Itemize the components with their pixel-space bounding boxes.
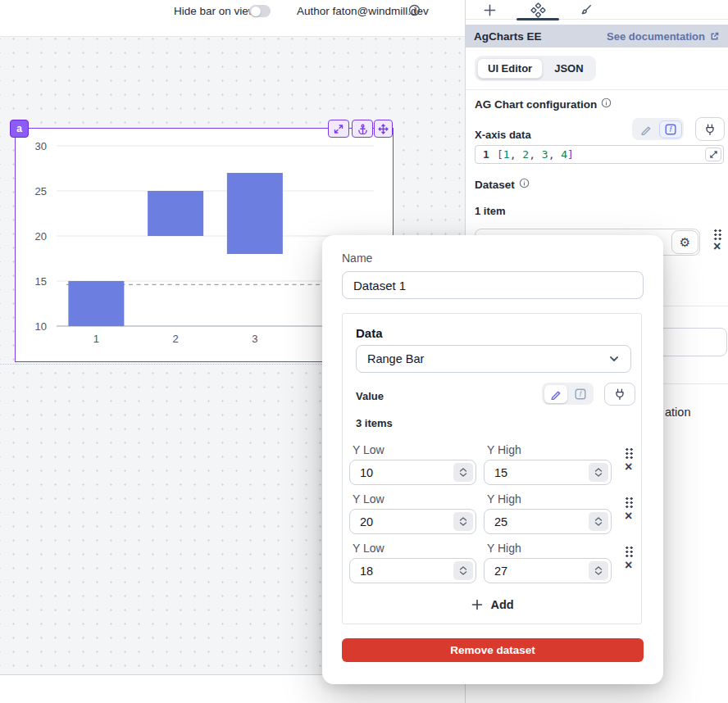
tab-settings[interactable] — [529, 2, 547, 18]
hide-bar-label: Hide bar on view — [174, 5, 257, 18]
expand-editor-button[interactable] — [705, 147, 721, 161]
name-field-wrap — [342, 271, 644, 299]
tab-styling[interactable] — [576, 2, 594, 18]
component-header: AgCharts EE See documentation — [466, 25, 728, 48]
panel-tabbar — [466, 0, 728, 20]
expand-component-button[interactable] — [328, 120, 349, 138]
anchor-icon — [357, 124, 368, 134]
y-low-label: Y Low — [353, 542, 384, 555]
y-high-field — [484, 558, 612, 583]
app-editor: Hide bar on view Author faton@windmill.d… — [0, 0, 728, 703]
value-input-mode-group: f — [542, 383, 594, 405]
dataset-modal: Name Data Range Bar Value f 3 it — [322, 235, 663, 684]
connect-plug-button[interactable] — [604, 383, 635, 406]
value-label: Value — [356, 390, 384, 402]
connect-plug-button[interactable] — [695, 117, 725, 141]
row-drag-handle-icon[interactable] — [624, 545, 633, 557]
dataset-gear-button[interactable]: ⚙ — [671, 230, 698, 254]
x-tick-label: 1 — [93, 333, 99, 345]
dataset-name-input[interactable] — [342, 271, 644, 299]
stepper-icon[interactable] — [453, 463, 473, 482]
function-icon: f — [575, 388, 586, 400]
x-tick-label: 3 — [252, 333, 257, 345]
y-tick-label: 25 — [35, 185, 47, 197]
external-link-icon — [709, 31, 720, 42]
y-low-field — [349, 460, 476, 485]
chart-type-value: Range Bar — [367, 352, 424, 365]
y-low-field — [349, 509, 476, 534]
dataset-drag-handle-icon[interactable] — [712, 228, 721, 240]
anchor-component-button[interactable] — [352, 120, 373, 138]
remove-dataset-button[interactable]: Remove dataset — [342, 638, 644, 662]
data-label: Data — [356, 326, 383, 340]
brush-icon — [578, 3, 593, 18]
tab-json[interactable]: JSON — [544, 58, 593, 79]
range-bar — [227, 173, 283, 254]
y-high-field — [484, 509, 612, 534]
row-close-icon[interactable]: × — [625, 560, 632, 571]
stepper-icon[interactable] — [589, 561, 608, 580]
y-low-field — [349, 558, 476, 583]
move-component-button[interactable] — [374, 120, 393, 138]
dataset-close-icon[interactable]: × — [713, 241, 721, 252]
svg-text:f: f — [669, 125, 672, 134]
dataset-info-icon[interactable] — [519, 178, 530, 191]
y-high-field — [484, 460, 612, 485]
plug-icon — [613, 388, 626, 401]
chart-type-select[interactable]: Range Bar — [356, 345, 631, 373]
author-info-icon[interactable] — [408, 4, 421, 20]
row-drag-handle-icon[interactable] — [624, 496, 633, 508]
code-line-number: 1 — [475, 148, 497, 161]
stepper-icon[interactable] — [589, 463, 608, 482]
hide-bar-toggle[interactable] — [249, 5, 271, 17]
plus-icon — [471, 599, 483, 610]
see-documentation-link[interactable]: See documentation — [607, 30, 720, 43]
add-item-button[interactable]: Add — [342, 598, 644, 611]
pencil-icon — [640, 124, 652, 135]
stepper-icon[interactable] — [589, 512, 608, 531]
topbar: Hide bar on view Author faton@windmill.d… — [0, 0, 465, 36]
y-tick-label: 10 — [35, 320, 47, 333]
x-axis-label: X-axis data — [475, 129, 531, 141]
eval-function-button[interactable]: f — [659, 120, 682, 138]
y-low-label: Y Low — [353, 443, 384, 456]
occluded-text-fragment: ation — [665, 406, 690, 419]
active-tab-underline — [516, 18, 559, 20]
stepper-icon[interactable] — [453, 561, 473, 580]
editor-mode-tabs: UI Editor JSON — [475, 56, 596, 81]
components-icon — [530, 2, 546, 18]
y-low-label: Y Low — [353, 492, 384, 506]
range-bar — [148, 191, 203, 236]
component-title: AgCharts EE — [474, 30, 542, 43]
config-section-title: AG Chart configuration — [475, 98, 612, 111]
y-tick-label: 15 — [35, 275, 47, 288]
row-close-icon[interactable]: × — [625, 461, 632, 473]
plus-icon — [483, 3, 497, 17]
row-close-icon[interactable]: × — [625, 510, 632, 522]
function-icon: f — [665, 124, 676, 135]
name-label: Name — [342, 252, 372, 265]
y-high-label: Y High — [487, 492, 521, 506]
svg-text:f: f — [579, 390, 582, 398]
plug-icon — [703, 123, 717, 136]
y-high-label: Y High — [487, 542, 521, 555]
static-pencil-button[interactable] — [544, 385, 567, 403]
x-tick-label: 2 — [173, 333, 179, 345]
x-axis-input-mode-group: f — [632, 118, 684, 140]
tab-insert[interactable] — [480, 2, 498, 18]
component-id-badge: a — [10, 120, 29, 138]
stepper-icon[interactable] — [453, 512, 473, 531]
x-axis-code-editor[interactable]: 1 [1, 2, 3, 4] — [475, 145, 724, 164]
row-drag-handle-icon[interactable] — [624, 447, 633, 459]
y-high-label: Y High — [487, 443, 521, 456]
range-bar — [68, 281, 124, 326]
y-tick-label: 20 — [35, 230, 47, 243]
static-pencil-button[interactable] — [635, 120, 657, 138]
code-content: [1, 2, 3, 4] — [497, 148, 574, 161]
toggle-knob — [251, 7, 261, 16]
tab-ui-editor[interactable]: UI Editor — [477, 58, 543, 79]
divider — [466, 89, 728, 90]
expand-diagonal-icon — [709, 150, 718, 159]
eval-function-button[interactable]: f — [569, 385, 592, 403]
config-info-icon[interactable] — [601, 98, 612, 111]
